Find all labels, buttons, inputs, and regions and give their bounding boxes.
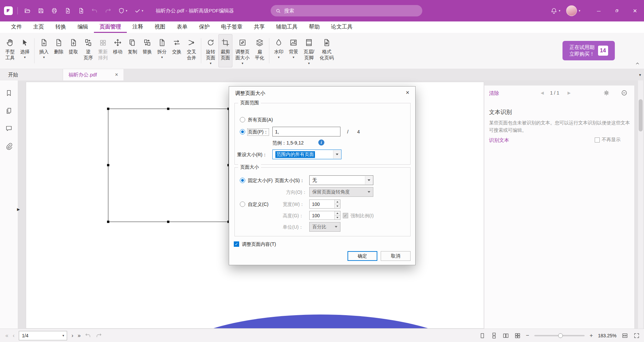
save-button[interactable]	[35, 5, 47, 16]
zoom-slider[interactable]	[534, 335, 585, 336]
tool-hand-tool[interactable]: 手型工具	[3, 34, 17, 67]
scrollbar-thumb[interactable]	[639, 99, 643, 131]
all-pages-radio[interactable]	[240, 117, 245, 122]
fit-width-button[interactable]	[622, 332, 628, 339]
adjust-content-checkbox[interactable]	[234, 241, 239, 247]
menu-tab-share[interactable]: 共享	[248, 21, 270, 33]
page-size-select[interactable]: 无	[309, 175, 373, 185]
cancel-button[interactable]: 取消	[381, 251, 411, 261]
height-stepper[interactable]: 100	[309, 211, 340, 220]
collapse-panel-button[interactable]	[621, 90, 628, 96]
zoom-out-button[interactable]: −	[526, 332, 529, 339]
facing-view-button[interactable]	[502, 332, 509, 339]
tool-resize-pages[interactable]: 调整页面大小▾	[233, 34, 252, 67]
account-menu[interactable]: ▾	[566, 5, 580, 16]
sidebar-attachments-button[interactable]	[5, 142, 13, 150]
quad-view-button[interactable]	[514, 332, 521, 339]
tool-background[interactable]: 背景▾	[286, 34, 301, 67]
app-logo[interactable]	[4, 6, 13, 15]
share-doc-button[interactable]	[75, 5, 87, 16]
stepper-buttons[interactable]	[334, 200, 340, 208]
menu-tab-convert[interactable]: 转换	[50, 21, 72, 33]
width-stepper[interactable]: 100	[309, 199, 340, 209]
tool-move[interactable]: 移动	[111, 34, 125, 67]
print-button[interactable]	[49, 5, 60, 16]
crop-handle[interactable]	[107, 164, 109, 166]
tool-reverse-order[interactable]: 逆页序	[81, 34, 95, 67]
trial-purchase-button[interactable]: 正在试用期 立即购买！ 14	[562, 41, 615, 60]
pages-radio[interactable]	[240, 129, 245, 134]
stepper-up-icon[interactable]	[335, 211, 340, 216]
tool-replace[interactable]: 替换	[140, 34, 154, 67]
minimize-button[interactable]: ─	[590, 0, 608, 21]
menu-tab-paper-tools[interactable]: 论文工具	[325, 21, 358, 33]
stepper-up-icon[interactable]	[335, 200, 340, 204]
pages-range-input[interactable]: 1,	[272, 127, 340, 136]
pages-label[interactable]: 页面(P)：	[248, 129, 268, 135]
zoom-slider-thumb[interactable]	[558, 333, 563, 338]
menu-tab-comment[interactable]: 注释	[127, 21, 149, 33]
fixed-size-label[interactable]: 固定大小(F)	[248, 178, 273, 184]
all-pages-label[interactable]: 所有页面(A)	[248, 117, 273, 123]
info-icon[interactable]: i	[318, 139, 324, 146]
fixed-size-radio[interactable]	[240, 178, 245, 183]
tool-crop-pages[interactable]: 裁剪页面	[218, 34, 232, 67]
zoom-level[interactable]: 183.25%	[598, 333, 616, 338]
fit-page-button[interactable]	[633, 332, 640, 339]
tool-header-footer[interactable]: 页眉/页脚▾	[301, 34, 317, 67]
previous-page-button[interactable]: ‹	[13, 333, 14, 339]
search-input[interactable]: 搜索	[271, 5, 422, 16]
settings-button[interactable]	[603, 90, 610, 96]
custom-size-radio[interactable]	[240, 202, 245, 207]
stepper-down-icon[interactable]	[335, 216, 340, 220]
tool-delete[interactable]: 删除	[52, 34, 66, 67]
dialog-close-button[interactable]: ×	[400, 87, 415, 99]
stepper-buttons[interactable]	[334, 211, 340, 220]
crop-handle[interactable]	[167, 221, 169, 223]
ok-button[interactable]: 确定	[347, 251, 377, 261]
collapse-ribbon-button[interactable]	[635, 61, 640, 66]
vertical-scrollbar[interactable]	[638, 80, 643, 329]
menu-tab-form[interactable]: 表单	[171, 21, 193, 33]
previous-view-button[interactable]	[85, 332, 91, 339]
open-button[interactable]	[22, 5, 33, 16]
crop-handle[interactable]	[167, 108, 169, 110]
pager-next-icon[interactable]: ▶	[568, 91, 571, 95]
tab-list-dropdown[interactable]: ▾	[639, 73, 641, 77]
export-button[interactable]	[62, 5, 73, 16]
close-tab-icon[interactable]: ×	[115, 72, 118, 77]
tool-format-page-number[interactable]: 格式化页码	[317, 34, 336, 67]
menu-tab-home[interactable]: 主页	[28, 21, 50, 33]
tool-flatten[interactable]: 扁平化	[253, 34, 267, 67]
page-number-input[interactable]: 1/4 ▾	[19, 331, 67, 340]
tool-copy[interactable]: 复制	[125, 34, 140, 67]
notifications-button[interactable]: ▾	[550, 7, 560, 14]
expand-panel-handle[interactable]: ▶	[16, 202, 21, 217]
protect-button[interactable]: ▾	[116, 5, 130, 16]
single-page-view-button[interactable]	[479, 332, 486, 339]
tool-insert[interactable]: 插入▾	[37, 34, 51, 67]
tool-extract[interactable]: 提取	[66, 34, 80, 67]
dont-show-again[interactable]: 不再显示	[595, 137, 621, 143]
zoom-in-button[interactable]: +	[590, 332, 593, 339]
next-page-button[interactable]: ›	[71, 333, 73, 339]
menu-tab-page-management[interactable]: 页面管理	[94, 21, 127, 33]
crop-handle[interactable]	[107, 221, 109, 223]
close-button[interactable]: ×	[626, 0, 644, 21]
adjust-content-label[interactable]: 调整页面内容(T)	[242, 241, 276, 247]
tool-select[interactable]: 选择▾	[18, 34, 32, 67]
dont-show-checkbox[interactable]	[595, 137, 600, 142]
sidebar-page-thumbnails-button[interactable]	[5, 107, 13, 115]
sidebar-bookmarks-button[interactable]	[5, 89, 13, 97]
menu-tab-help[interactable]: 帮助	[303, 21, 325, 33]
recognize-text-link[interactable]: 识别文本	[489, 137, 509, 144]
tool-rotate-pages[interactable]: 旋转页面▾	[204, 34, 218, 67]
custom-size-label[interactable]: 自定义(C)	[248, 202, 268, 208]
finish-button[interactable]: ▾	[132, 5, 146, 16]
clear-button[interactable]: 清除	[489, 90, 499, 97]
tool-cross-merge[interactable]: 交叉合并	[184, 34, 199, 67]
doc-tab-document[interactable]: 福昕办公.pdf×	[63, 69, 123, 80]
doc-tab-start[interactable]: 开始	[0, 69, 63, 80]
tool-watermark[interactable]: 水印▾	[272, 34, 286, 67]
restore-button[interactable]	[608, 0, 626, 21]
